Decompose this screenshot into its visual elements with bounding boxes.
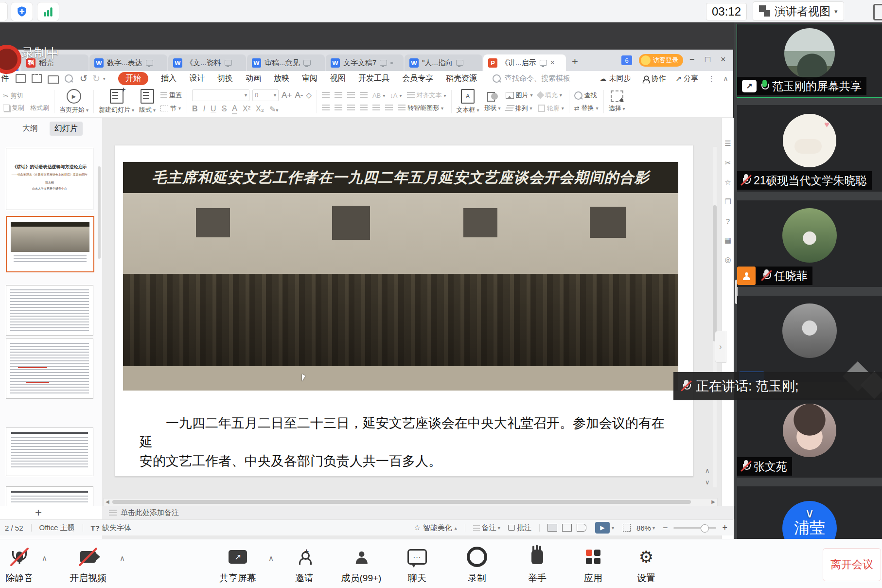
- italic-button[interactable]: I: [203, 105, 205, 113]
- play-options-caret[interactable]: ▾: [612, 525, 614, 531]
- guest-login-pill[interactable]: 访客登录: [639, 54, 683, 67]
- numbering-icon[interactable]: [335, 92, 342, 99]
- help-icon[interactable]: ?: [722, 217, 734, 225]
- favorites-star-icon[interactable]: ☆: [722, 178, 734, 187]
- menu-member[interactable]: 会员专享: [402, 73, 433, 84]
- scroll-left-icon[interactable]: ◀: [106, 499, 109, 504]
- text-direction-button[interactable]: AB▾: [372, 92, 385, 99]
- slide-thumbnail-1[interactable]: 《讲话》的话语表达逻辑与方法论启示 ——纪念毛泽东《在延安文艺座谈会上的讲话》发…: [6, 148, 93, 210]
- fit-slide-icon[interactable]: [623, 524, 631, 532]
- fill-button[interactable]: 填充▾: [538, 91, 564, 100]
- strikethrough-button[interactable]: S: [222, 105, 227, 113]
- notes-toggle[interactable]: 备注▾: [473, 523, 500, 533]
- redo-icon[interactable]: ↻: [92, 73, 100, 84]
- para-spacing-icon[interactable]: [385, 105, 393, 111]
- participant-tile[interactable]: ♥ 21硕现当代文学朱晓聪: [737, 105, 882, 192]
- slide-thumbnail-4[interactable]: [6, 339, 93, 399]
- align-left-icon[interactable]: [322, 105, 330, 111]
- bullets-icon[interactable]: [322, 92, 330, 99]
- video-options-caret[interactable]: ∧: [120, 554, 125, 563]
- align-center-icon[interactable]: [335, 105, 342, 111]
- reading-view-icon[interactable]: [577, 524, 586, 532]
- font-family-select[interactable]: ▾: [192, 89, 249, 101]
- more-dots-icon[interactable]: ⋮: [708, 74, 715, 83]
- window-list-badge[interactable]: 6: [621, 55, 632, 65]
- superscript-button[interactable]: X²: [243, 105, 250, 113]
- play-from-current-button[interactable]: ▶ 当页开始▾: [59, 89, 88, 114]
- maximize-button[interactable]: □: [705, 54, 710, 65]
- align-right-icon[interactable]: [347, 105, 355, 111]
- align-text-button[interactable]: 对齐文本▾: [407, 91, 446, 100]
- stats-chart-button[interactable]: [37, 2, 59, 21]
- decrease-font-button[interactable]: A-: [295, 90, 303, 100]
- menu-animation[interactable]: 动画: [246, 73, 261, 84]
- tab-outline[interactable]: 大纲: [18, 122, 43, 136]
- slide-thumbnail-6-partial[interactable]: [6, 486, 93, 507]
- participant-tile-partial[interactable]: 浦莹 ∨: [737, 486, 882, 539]
- subscript-button[interactable]: X₂: [256, 105, 264, 113]
- scroll-more-chevron-icon[interactable]: ∨: [805, 506, 814, 521]
- notes-input[interactable]: 单击此处添加备注: [102, 506, 740, 519]
- object-properties-icon[interactable]: ☰: [722, 139, 734, 148]
- mic-options-caret[interactable]: ∧: [42, 554, 47, 563]
- view-mode-dropdown[interactable]: 演讲者视图 ▾: [753, 1, 844, 21]
- arrange-button[interactable]: 排列▾: [506, 104, 533, 113]
- reset-button[interactable]: 重置: [160, 91, 182, 100]
- navigate-icon[interactable]: ◎: [722, 255, 734, 264]
- tab-slides[interactable]: 幻灯片: [50, 122, 83, 136]
- fullscreen-icon-partial[interactable]: [873, 4, 882, 20]
- panel-collapse-handle[interactable]: ›: [715, 331, 726, 363]
- menu-slideshow[interactable]: 放映: [274, 73, 289, 84]
- security-shield-button[interactable]: [11, 2, 33, 21]
- next-slide-arrow[interactable]: ∨: [705, 479, 710, 486]
- section-button[interactable]: 节▾: [160, 104, 182, 113]
- normal-view-icon[interactable]: [547, 524, 557, 532]
- chart-tool-icon[interactable]: ▦: [722, 236, 734, 245]
- justify-icon[interactable]: [360, 105, 368, 111]
- raise-hand-button[interactable]: 举手: [518, 546, 557, 585]
- vertical-scrollbar[interactable]: [713, 147, 717, 487]
- menu-design[interactable]: 设计: [189, 73, 205, 84]
- format-painter-button[interactable]: 格式刷: [30, 104, 49, 112]
- print-preview-icon[interactable]: [65, 74, 73, 83]
- comments-toggle[interactable]: 批注: [508, 523, 531, 533]
- hscroll-thumb[interactable]: [112, 500, 691, 504]
- undo-icon[interactable]: ↺: [80, 73, 88, 84]
- find-button[interactable]: 查找: [574, 91, 599, 100]
- zoom-in-button[interactable]: +: [722, 523, 727, 533]
- sync-status[interactable]: 未同步: [609, 74, 631, 83]
- close-tab-icon[interactable]: ×: [550, 58, 555, 67]
- copy-button[interactable]: 复制格式刷: [3, 104, 49, 112]
- bold-button[interactable]: B: [192, 105, 198, 113]
- missing-font-warning[interactable]: 缺失字体: [102, 523, 131, 533]
- menu-home[interactable]: 开始: [118, 72, 148, 85]
- duplicate-icon[interactable]: ❐: [722, 197, 734, 206]
- distribute-icon[interactable]: [372, 105, 380, 111]
- menu-docer-resources[interactable]: 稻壳资源: [446, 73, 477, 84]
- menu-insert[interactable]: 插入: [161, 73, 176, 84]
- theme-name[interactable]: Office 主题: [39, 523, 75, 533]
- partial-tool-button[interactable]: [0, 2, 8, 21]
- beautify-button[interactable]: ☆ 智能美化 ▴: [414, 523, 457, 533]
- export-icon[interactable]: [32, 74, 42, 83]
- slide-thumbnail-3[interactable]: [6, 285, 93, 336]
- highlight-button[interactable]: ✎▾: [269, 105, 278, 114]
- menu-review[interactable]: 审阅: [302, 73, 318, 84]
- picture-button[interactable]: 图片▾: [506, 91, 533, 100]
- leave-meeting-button[interactable]: 离开会议: [823, 548, 881, 581]
- tab-doc-1[interactable]: W 数字...表达: [89, 54, 167, 71]
- unmute-button[interactable]: 除静音: [0, 546, 39, 585]
- command-search-input[interactable]: 查找命令、搜索模板: [505, 74, 570, 83]
- print-icon[interactable]: [48, 75, 59, 84]
- participant-tile[interactable]: 任晓菲: [737, 200, 882, 287]
- participant-tile-sharer[interactable]: ↗ 范玉刚的屏幕共享: [737, 24, 882, 97]
- add-slide-button[interactable]: +: [35, 506, 42, 519]
- share-options-caret[interactable]: ∧: [268, 554, 274, 563]
- textbox-button[interactable]: A 文本框▾: [457, 89, 479, 114]
- menu-devtools[interactable]: 开发工具: [358, 73, 389, 84]
- clear-format-icon[interactable]: ◇: [306, 91, 312, 100]
- collab-button[interactable]: 协作: [651, 74, 666, 83]
- tab-doc-3[interactable]: W 审稿...意见: [247, 54, 325, 71]
- sorter-view-icon[interactable]: [562, 524, 572, 532]
- menu-transition[interactable]: 切换: [217, 73, 233, 84]
